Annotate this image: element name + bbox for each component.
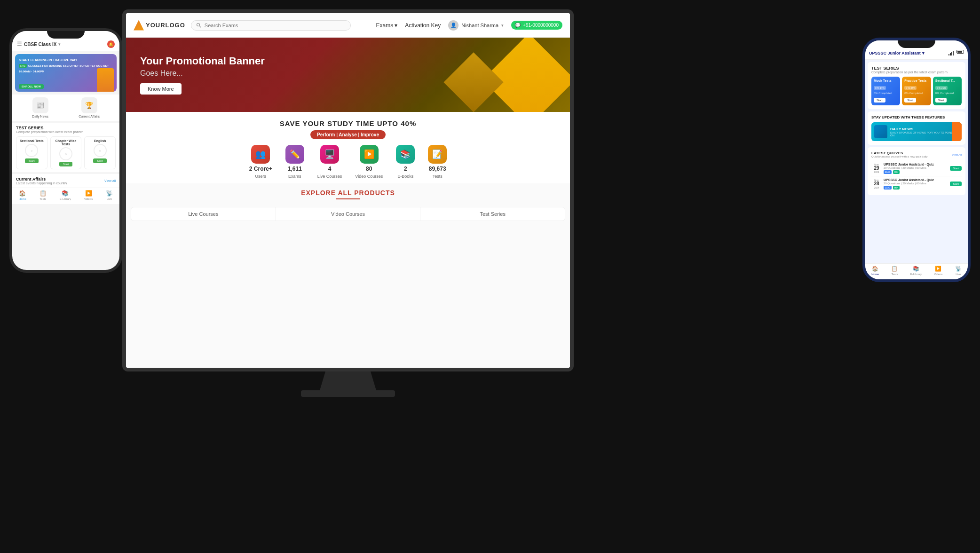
quiz-1-meta: 20 Questions | 20 Marks | 60 Mins: [884, 166, 948, 169]
quiz-1-name: UPSSSC Junior Assistant - Quiz: [884, 163, 948, 166]
live-courses-label: Live Courses: [317, 174, 342, 179]
exams-chevron: ▾: [395, 22, 397, 29]
stats-icons-row: 👥 2 Crore+ Users ✏️ 1,611 Exams 🖥️ 4 Liv…: [131, 145, 565, 179]
english-card[interactable]: English ○ Start: [84, 136, 116, 169]
rp-feature-orange-strip: [952, 122, 962, 141]
quiz-item-1[interactable]: May 29 2024 UPSSSC Junior Assistant - Qu…: [871, 161, 962, 176]
nav-user[interactable]: 👤 Nishant Sharma ▾: [448, 20, 504, 31]
logo-text[interactable]: YOURLOGO: [146, 22, 185, 29]
svg-point-0: [197, 23, 199, 26]
rp-tests-label: Tests: [891, 273, 898, 276]
hero-content: Your Promotional Banner Goes Here... Kno…: [140, 55, 265, 95]
rp-nav-videos[interactable]: ▶️ Videos: [934, 266, 942, 276]
rp-feature-banner[interactable]: DAILY NEWS DAILY UPDATES OF NEWS FOR YOU…: [871, 122, 962, 141]
search-input[interactable]: [205, 23, 346, 28]
ebooks-icon: 📚: [396, 145, 415, 164]
nav-exams[interactable]: Exams ▾: [376, 22, 397, 29]
tab-test-series[interactable]: Test Series: [420, 207, 565, 221]
hero-know-more-btn[interactable]: Know More: [140, 83, 182, 95]
sectional-start-btn[interactable]: Start: [935, 98, 947, 103]
notification-bell[interactable]: 🔔: [107, 40, 115, 48]
quiz-2-start-btn[interactable]: Start: [950, 182, 962, 186]
rp-videos-icon: ▶️: [935, 266, 941, 272]
phone-screen-right: UPSSSC Junior Assistant ▾: [865, 40, 968, 279]
products-tabs: Live Courses Video Courses Test Series: [131, 207, 565, 221]
quiz-1-year: 2024: [871, 171, 882, 174]
phone-banner-tags: LIVE CLASSES FOR BANKING SSC UPTET SUPER…: [19, 64, 113, 68]
rp-nav-tests[interactable]: 📋 Tests: [891, 266, 898, 276]
chapter-wise-start-btn[interactable]: Start: [59, 162, 73, 166]
sectional-start-btn[interactable]: Start: [25, 158, 39, 163]
phone-banner-image: [97, 68, 114, 92]
practice-tests-card[interactable]: Practice Tests 0 % 34% 0% Completed Star…: [902, 77, 931, 105]
phone-test-cards: Sectional Tests ○ Start Chapter Wise Tes…: [16, 136, 116, 169]
navbar: YOURLOGO Exams ▾ Activation Key: [126, 13, 570, 38]
test-series-subtitle: Complete preparation with latest exam pa…: [16, 130, 116, 134]
rp-quizzes-title-area: LATEST QUIZZES Quickly assess yourself w…: [871, 151, 927, 158]
phone-nav-live[interactable]: 📡 Live: [106, 190, 113, 200]
phone-promo-banner[interactable]: START LEARNING IN TRACTIVE WAY LIVE CLAS…: [15, 54, 117, 92]
quiz-1-tags: ENG HIN: [884, 170, 948, 174]
practice-start-btn[interactable]: Start: [904, 98, 916, 103]
signal-icon: [948, 50, 955, 56]
quiz-2-tags: ENG HIN: [884, 186, 948, 190]
quiz-2-eng-tag: ENG: [884, 186, 892, 190]
ca-view-all[interactable]: View all: [104, 179, 116, 182]
phone-nav-videos[interactable]: ▶️ Videos: [84, 190, 93, 200]
sectional-tests-card-right[interactable]: Sectional T... 0 % 21% 0% Completed Star…: [933, 77, 962, 105]
video-courses-value: 80: [366, 166, 372, 172]
nav-activation-key[interactable]: Activation Key: [405, 22, 441, 29]
phone-nav-library[interactable]: 📚 E-Library: [60, 190, 71, 200]
rp-exam-selector[interactable]: UPSSSC Junior Assistant ▾: [869, 51, 925, 55]
username-label: Nishant Sharma: [461, 23, 498, 28]
mock-start-btn[interactable]: Start: [874, 98, 885, 103]
phone-enroll-btn[interactable]: ENROLL NOW: [19, 84, 44, 89]
tab-live-courses[interactable]: Live Courses: [131, 207, 276, 221]
mock-tests-title: Mock Tests: [874, 79, 898, 82]
rp-nav-home[interactable]: 🏠 Home: [871, 266, 879, 276]
home-label: Home: [19, 198, 26, 200]
phone-daily-news[interactable]: 📰 Daily News: [32, 97, 48, 118]
phone-class-selector[interactable]: CBSE Class IX: [24, 42, 56, 47]
left-phone: ☰ CBSE Class IX ▾ 🔔 START LEARNING IN TR…: [9, 28, 122, 273]
svg-rect-3: [950, 53, 951, 55]
rp-quiz-view-all[interactable]: View All: [952, 153, 962, 156]
svg-rect-5: [953, 51, 954, 55]
quiz-1-start-btn[interactable]: Start: [950, 166, 962, 171]
phone-nav-tests[interactable]: 📋 Tests: [40, 190, 47, 200]
quiz-1-date: May 29 2024: [871, 163, 882, 174]
english-start-btn[interactable]: Start: [93, 158, 107, 163]
ebooks-label: E-Books: [397, 174, 413, 179]
search-bar[interactable]: [191, 20, 351, 31]
phone-current-affairs[interactable]: 🏆 Current Affairs: [79, 97, 100, 118]
tests-label: Tests: [433, 174, 443, 179]
stats-tagline: Perform | Analyse | Improve: [310, 130, 386, 139]
chevron-down-icon: ▾: [58, 42, 61, 47]
tab-video-courses[interactable]: Video Courses: [276, 207, 421, 221]
practice-progress: 0% Completed: [904, 92, 928, 95]
ebooks-value: 2: [404, 166, 407, 172]
hamburger-icon[interactable]: ☰: [17, 41, 22, 47]
chapter-wise-title: Chapter Wise Tests: [53, 139, 79, 146]
rp-feature-image: [874, 125, 887, 138]
stat-exams: ✏️ 1,611 Exams: [285, 145, 304, 179]
chapter-wise-card[interactable]: Chapter Wise Tests ○ Start: [50, 136, 82, 169]
sectional-badge: 0 % 21%: [935, 86, 948, 90]
mock-progress: 0% Completed: [874, 92, 898, 95]
avatar: 👤: [448, 20, 458, 31]
rp-exam-chevron: ▾: [922, 51, 925, 55]
right-phone: UPSSSC Junior Assistant ▾: [862, 38, 971, 282]
rp-nav-live[interactable]: 📡 Live: [955, 266, 962, 276]
phone-frame-right: UPSSSC Junior Assistant ▾: [862, 38, 971, 282]
rp-features: STAY UPDATED WITH THESE FEATURES DAILY N…: [868, 111, 965, 145]
mock-tests-card[interactable]: Mock Tests 0 % 14% 0% Completed Start: [871, 77, 900, 105]
library-icon: 📚: [62, 190, 69, 197]
sectional-tests-card[interactable]: Sectional Tests ○ Start: [16, 136, 47, 169]
rp-nav-library[interactable]: 📚 E-Library: [910, 266, 922, 276]
phone-nav-home[interactable]: 🏠 Home: [19, 190, 26, 200]
rp-test-cards: Mock Tests 0 % 14% 0% Completed Start Pr…: [871, 77, 962, 105]
nav-phone[interactable]: 💬 +91-0000000000: [511, 21, 562, 30]
quiz-item-2[interactable]: May 28 2024 UPSSSC Junior Assistant - Qu…: [871, 176, 962, 191]
quiz-1-day: 29: [871, 166, 882, 171]
user-chevron: ▾: [501, 23, 504, 28]
